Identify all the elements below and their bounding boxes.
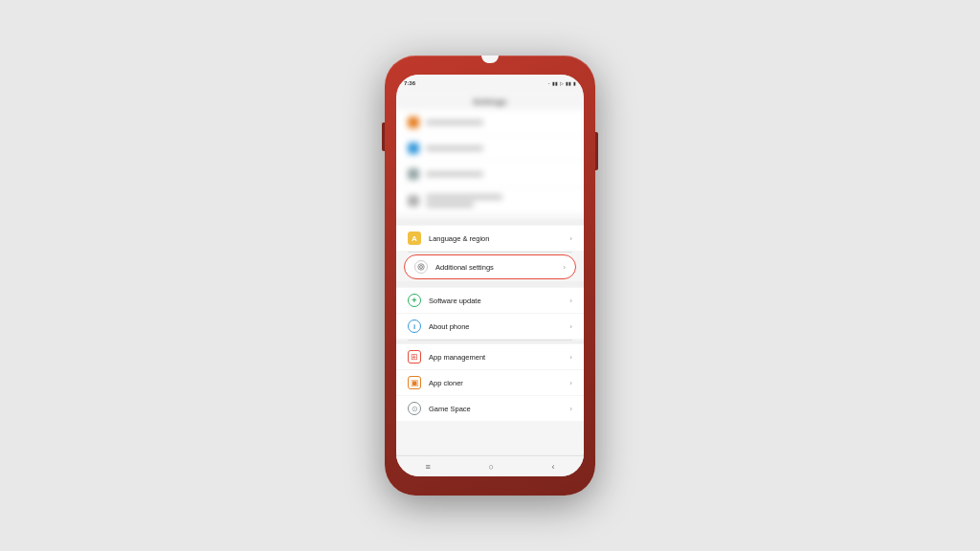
digital-text-line1	[426, 194, 502, 200]
status-icons: ⋅ ▮▮ ▷ ▮▮ ▮	[548, 80, 576, 86]
phone-screen: 7:36 ⋅ ▮▮ ▷ ▮▮ ▮ Settings	[396, 75, 584, 476]
software-update-label: Software update	[429, 297, 569, 305]
blurred-item-location	[396, 110, 584, 135]
menu-item-game-space[interactable]: ⊙ Game Space ›	[396, 396, 584, 421]
game-space-label: Game Space	[429, 405, 569, 413]
battery-icon: ▮	[573, 80, 576, 86]
language-icon: A	[408, 231, 421, 245]
svg-point-1	[418, 264, 424, 270]
page-title: Settings	[396, 94, 584, 110]
blurred-item-security	[396, 136, 584, 161]
nav-home-icon[interactable]: ○	[488, 462, 493, 472]
phone-device: 7:36 ⋅ ▮▮ ▷ ▮▮ ▮ Settings	[385, 55, 595, 496]
menu-item-software-update[interactable]: + Software update ›	[396, 288, 584, 313]
app-management-icon: ⊞	[408, 350, 421, 364]
security-text	[426, 145, 483, 151]
about-phone-label: About phone	[429, 322, 569, 331]
wifi-icon: ▷	[560, 80, 564, 86]
location-icon	[408, 117, 419, 128]
status-bar: 7:36 ⋅ ▮▮ ▷ ▮▮ ▮	[396, 75, 584, 90]
divider-3	[396, 341, 584, 343]
divider-2	[396, 281, 584, 287]
menu-item-language[interactable]: A Language & region ›	[396, 226, 584, 251]
app-cloner-icon: ▣	[408, 376, 421, 389]
settings-gear-icon	[417, 263, 425, 271]
menu-item-app-cloner[interactable]: ▣ App cloner ›	[396, 370, 584, 395]
phone-body: 7:36 ⋅ ▮▮ ▷ ▮▮ ▮ Settings	[385, 55, 595, 496]
nav-menu-icon[interactable]: ≡	[425, 462, 430, 472]
app-cloner-label: App cloner	[429, 379, 569, 387]
blurred-section: Settings	[396, 90, 584, 219]
location-text	[426, 120, 483, 125]
navigation-bar: ≡ ○ ‹	[396, 455, 584, 476]
menu-item-additional-settings[interactable]: Additional settings ›	[404, 254, 576, 279]
status-time: 7:36	[404, 80, 415, 86]
software-update-icon: +	[408, 294, 421, 307]
additional-settings-icon	[414, 260, 428, 274]
security-icon	[408, 143, 419, 154]
divider-1	[396, 219, 584, 225]
language-label: Language & region	[429, 234, 569, 243]
phone-notch	[481, 55, 499, 63]
svg-point-0	[420, 266, 423, 269]
language-chevron-icon: ›	[569, 234, 572, 243]
menu-item-about-phone[interactable]: i About phone ›	[396, 314, 584, 339]
nav-back-icon[interactable]: ‹	[552, 462, 555, 472]
notification-icons: ▮▮	[552, 80, 558, 86]
blurred-item-battery	[396, 162, 584, 187]
digital-text-line2	[426, 202, 474, 208]
blurred-item-digital	[396, 187, 584, 214]
additional-settings-chevron-icon: ›	[563, 263, 566, 272]
game-space-chevron-icon: ›	[569, 405, 572, 413]
additional-settings-label: Additional settings	[435, 263, 563, 272]
about-phone-icon: i	[408, 320, 421, 333]
about-phone-chevron-icon: ›	[569, 322, 572, 331]
bluetooth-icon: ⋅	[548, 80, 550, 86]
app-management-chevron-icon: ›	[569, 353, 572, 362]
app-cloner-chevron-icon: ›	[569, 379, 572, 387]
section-divider-1	[408, 252, 572, 253]
battery-setting-icon	[408, 168, 419, 180]
battery-text	[426, 171, 483, 177]
screen-content: Settings	[396, 90, 584, 476]
app-management-label: App management	[429, 353, 569, 362]
digital-icon	[408, 195, 419, 207]
menu-item-app-management[interactable]: ⊞ App management ›	[396, 344, 584, 369]
signal-icon: ▮▮	[566, 80, 571, 86]
game-space-icon: ⊙	[408, 402, 421, 415]
software-update-chevron-icon: ›	[569, 297, 572, 305]
